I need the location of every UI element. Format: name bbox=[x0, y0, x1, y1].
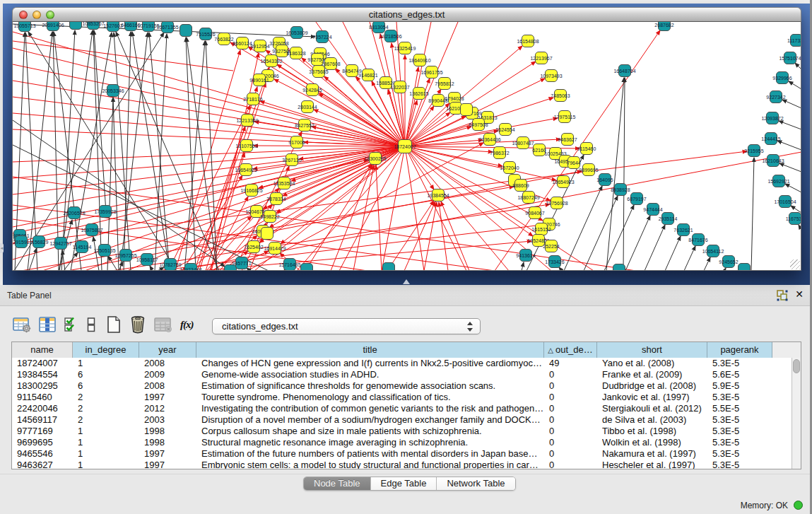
graph-node-yellow[interactable] bbox=[261, 228, 273, 240]
graph-node-yellow[interactable]: 16154808 bbox=[517, 35, 539, 47]
column-header-year[interactable]: year bbox=[139, 342, 196, 358]
graph-node-teal[interactable] bbox=[70, 22, 82, 30]
window-resize-grip[interactable] bbox=[790, 259, 800, 269]
table-row[interactable]: 1456911722003Disruption of a novel membe… bbox=[12, 414, 792, 426]
window-titlebar[interactable]: citations_edges.txt bbox=[12, 7, 801, 22]
graph-node-teal[interactable] bbox=[739, 264, 751, 271]
table-row[interactable]: 1938455462009Genome-wide association stu… bbox=[12, 369, 792, 380]
graph-node-yellow[interactable]: 79644 bbox=[567, 157, 581, 169]
graph-node-yellow[interactable]: 12213967 bbox=[530, 52, 552, 64]
table-scrollbar-thumb[interactable] bbox=[793, 359, 800, 373]
graph-node-yellow[interactable]: 7485063 bbox=[551, 90, 570, 102]
graph-node-teal[interactable]: 7357224 bbox=[312, 31, 331, 43]
table-row[interactable]: 1830029562008Estimation of significance … bbox=[12, 380, 792, 392]
graph-node-teal[interactable]: 10958117 bbox=[136, 254, 158, 266]
split-pane-caret[interactable] bbox=[403, 279, 410, 284]
column-visibility-icon[interactable] bbox=[39, 316, 56, 333]
graph-node-yellow[interactable]: 10973493 bbox=[540, 70, 562, 82]
table-row[interactable]: 946362711997Embryonic stem cells: a mode… bbox=[12, 460, 792, 469]
graph-node-teal[interactable]: 1167533 bbox=[786, 213, 801, 225]
graph-node-teal[interactable]: 19055713 bbox=[13, 22, 35, 32]
graph-node-yellow[interactable]: 16961755 bbox=[420, 66, 442, 78]
graph-node-yellow[interactable]: 17975115 bbox=[554, 111, 576, 123]
graph-node-yellow[interactable]: 917006 bbox=[288, 136, 305, 148]
graph-node-yellow[interactable]: 9115460 bbox=[577, 143, 596, 155]
column-header-out_de[interactable]: △out_de… bbox=[544, 342, 597, 358]
graph-node-teal[interactable]: 16648764 bbox=[613, 65, 635, 77]
row-selection-icon[interactable] bbox=[64, 316, 79, 333]
memory-status-indicator[interactable] bbox=[794, 501, 803, 510]
graph-node-yellow[interactable]: 9463627 bbox=[558, 134, 577, 146]
close-panel-icon[interactable]: ✕ bbox=[795, 288, 804, 300]
new-column-icon[interactable] bbox=[106, 315, 122, 334]
float-panel-icon[interactable] bbox=[777, 290, 788, 301]
column-header-in_degree[interactable]: in_degree bbox=[73, 342, 139, 358]
graph-node-yellow[interactable]: 1624554 bbox=[495, 124, 514, 136]
graph-node-teal[interactable]: 10654112 bbox=[702, 245, 724, 257]
table-row[interactable]: 969969511998Structural magnetic resonanc… bbox=[12, 437, 792, 448]
row-height-icon[interactable] bbox=[87, 316, 95, 333]
graph-node-teal[interactable]: 15751074 bbox=[779, 52, 801, 64]
graph-node-yellow[interactable]: 3878334 bbox=[266, 193, 286, 205]
graph-node-teal[interactable]: 7632621 bbox=[673, 224, 693, 236]
graph-node-teal[interactable]: 10853267 bbox=[82, 22, 104, 30]
graph-node-teal[interactable]: 1156829 bbox=[30, 236, 49, 248]
zoom-window-button[interactable] bbox=[46, 11, 54, 19]
tab-node-table[interactable]: Node Table bbox=[304, 477, 371, 490]
graph-node-teal[interactable]: 7515526 bbox=[196, 28, 215, 40]
graph-node-teal[interactable] bbox=[613, 264, 625, 271]
column-header-title[interactable]: title bbox=[196, 342, 544, 358]
table-source-dropdown[interactable]: citations_edges.txt bbox=[212, 318, 481, 334]
graph-node-yellow[interactable]: 9084067 bbox=[525, 207, 544, 219]
graph-node-yellow[interactable]: 252254 bbox=[543, 240, 559, 252]
graph-node-teal[interactable]: 164095 bbox=[596, 174, 613, 186]
graph-node-teal[interactable]: 12505135 bbox=[93, 245, 115, 257]
table-row[interactable]: 2242004622012Investigating the contribut… bbox=[12, 403, 792, 414]
graph-node-teal[interactable]: 2935114 bbox=[659, 213, 678, 225]
graph-node-teal[interactable]: 9227342 bbox=[766, 91, 785, 103]
graph-node-yellow[interactable]: 16914479 bbox=[264, 243, 286, 255]
graph-node-teal[interactable]: 1527602 bbox=[103, 22, 122, 32]
network-nodes[interactable]: 1905571320691406108532671527602646616010… bbox=[13, 22, 801, 271]
graph-node-teal[interactable]: 20053346 bbox=[102, 85, 124, 97]
column-header-short[interactable]: short bbox=[597, 342, 707, 358]
minimize-window-button[interactable] bbox=[33, 11, 41, 19]
graph-node-teal[interactable]: 9474444 bbox=[643, 204, 662, 216]
graph-node-teal[interactable] bbox=[301, 264, 313, 271]
delete-column-icon[interactable] bbox=[129, 315, 146, 334]
graph-node-teal[interactable]: 2687682 bbox=[654, 22, 673, 31]
graph-node-yellow[interactable]: 10807487 bbox=[512, 137, 534, 149]
graph-node-teal[interactable]: 15692921 bbox=[767, 175, 789, 187]
table-row[interactable]: 911546021997Tourette syndrome. Phenomeno… bbox=[12, 392, 792, 403]
graph-node-teal[interactable]: 20691406 bbox=[42, 22, 64, 31]
graph-node-teal[interactable]: 8471676 bbox=[688, 234, 707, 246]
table-settings-icon[interactable] bbox=[13, 316, 31, 333]
graph-node-yellow[interactable]: 7986372 bbox=[490, 147, 509, 159]
tab-edge-table[interactable]: Edge Table bbox=[371, 477, 437, 490]
graph-node-yellow[interactable]: 7955812 bbox=[435, 78, 454, 90]
graph-node-teal[interactable]: 3215955 bbox=[744, 145, 763, 157]
graph-node-teal[interactable]: 12093872 bbox=[761, 112, 783, 124]
graph-node-yellow[interactable]: 19654923 bbox=[552, 176, 574, 188]
graph-node-teal[interactable]: 1244415 bbox=[761, 133, 780, 145]
graph-node-teal[interactable] bbox=[180, 25, 192, 37]
graph-node-yellow[interactable]: 2803144 bbox=[298, 101, 317, 113]
graph-node-teal[interactable]: 12923448 bbox=[180, 264, 201, 271]
graph-node-yellow[interactable] bbox=[461, 104, 473, 116]
graph-node-teal[interactable]: 1117334 bbox=[787, 35, 801, 47]
table-row[interactable]: 946554611997Estimation of the future num… bbox=[12, 448, 792, 460]
graph-node-yellow[interactable]: 8427552 bbox=[295, 119, 314, 132]
graph-node-teal[interactable] bbox=[383, 263, 395, 271]
west-panel-grip[interactable]: ◂ bbox=[0, 243, 4, 253]
graph-node-yellow[interactable]: 9899695 bbox=[579, 164, 598, 176]
graph-node-yellow[interactable]: 888609 bbox=[512, 180, 529, 192]
table-row[interactable]: 1872400712008Changes of HCN gene express… bbox=[12, 358, 792, 369]
graph-node-teal[interactable]: 391591 bbox=[13, 236, 29, 248]
graph-node-teal[interactable]: 9413614 bbox=[516, 250, 535, 262]
graph-node-yellow[interactable]: 1572040 bbox=[500, 162, 519, 174]
table-scrollbar[interactable] bbox=[792, 358, 801, 469]
column-header-name[interactable]: name bbox=[12, 342, 73, 358]
graph-node-teal[interactable]: 16671355 bbox=[156, 22, 178, 33]
table-row[interactable]: 977716911998Corpus callosum shape and si… bbox=[12, 426, 792, 437]
graph-node-yellow[interactable]: 19756928 bbox=[546, 197, 567, 209]
